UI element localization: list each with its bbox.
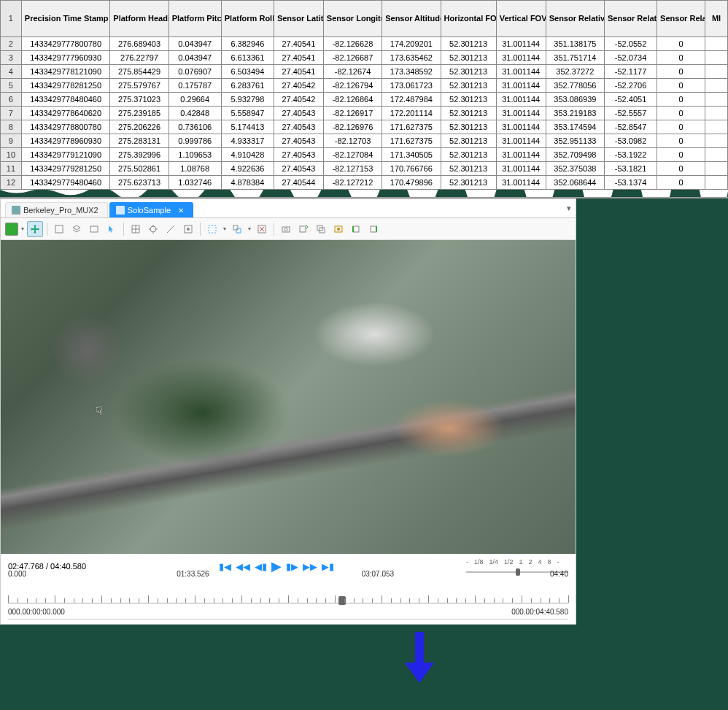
corner-cell[interactable]: 1 (1, 1, 22, 37)
cell[interactable] (705, 134, 728, 148)
cell[interactable]: 275.854429 (110, 65, 169, 79)
cell[interactable]: -53.1374 (605, 176, 657, 190)
cell[interactable]: 0.999786 (169, 134, 221, 148)
table-row[interactable]: 101433429779121090275.3929961.1096534.91… (1, 148, 728, 162)
cell[interactable] (705, 162, 728, 176)
cell[interactable]: 353.174594 (546, 120, 604, 134)
grid-button[interactable] (128, 221, 144, 237)
cell[interactable]: 52.301213 (441, 51, 496, 65)
cell[interactable]: 171.627375 (382, 134, 441, 148)
column-header[interactable]: Sensor Latitude (274, 1, 323, 37)
row-number[interactable]: 12 (1, 176, 22, 190)
cell[interactable]: 1433429777800780 (21, 37, 110, 51)
cell[interactable]: 1433429778640620 (21, 107, 110, 120)
cell[interactable]: 1433429779121090 (21, 148, 110, 162)
cell[interactable]: -52.0552 (605, 37, 657, 51)
cell[interactable]: -53.1922 (605, 148, 657, 162)
cell[interactable]: 172.201114 (382, 107, 441, 120)
cell[interactable]: 275.371023 (110, 93, 169, 107)
timeline[interactable]: 0.000 01:33.526 03:07.053 04:40 (8, 579, 568, 603)
cell[interactable]: 5.932798 (221, 93, 274, 107)
row-number[interactable]: 6 (1, 93, 22, 107)
cell[interactable]: 1433429779480460 (21, 176, 110, 190)
speed-slider-thumb[interactable] (516, 568, 520, 576)
cell[interactable]: 1.08768 (169, 162, 221, 176)
cell[interactable]: 0 (657, 65, 705, 79)
cell[interactable]: -52.1177 (605, 65, 657, 79)
cell[interactable] (705, 37, 728, 51)
cell[interactable]: -52.4051 (605, 93, 657, 107)
cell[interactable]: 52.301213 (441, 79, 496, 93)
cell[interactable]: 1433429778281250 (21, 79, 110, 93)
cell[interactable]: 31.001144 (496, 37, 546, 51)
close-icon[interactable]: ✕ (178, 207, 184, 215)
cell[interactable]: 6.283761 (221, 79, 274, 93)
cell[interactable]: 1.109653 (169, 148, 221, 162)
row-number[interactable]: 11 (1, 162, 22, 176)
cell[interactable]: 27.40541 (274, 37, 323, 51)
column-header[interactable]: Platform Roll (221, 1, 274, 37)
snapshot-button[interactable] (278, 221, 294, 237)
column-header[interactable]: Sensor Longitude (323, 1, 382, 37)
cell[interactable]: -82.126628 (323, 37, 382, 51)
cell[interactable]: 276.22797 (110, 51, 169, 65)
copy-frames-button[interactable] (313, 221, 329, 237)
row-number[interactable]: 2 (1, 37, 22, 51)
cell[interactable]: 0 (657, 51, 705, 65)
cell[interactable]: 31.001144 (496, 134, 546, 148)
cell[interactable]: 352.709498 (546, 148, 604, 162)
cell[interactable]: 0.043947 (169, 51, 221, 65)
cell[interactable]: 31.001144 (496, 176, 546, 190)
step-back-button[interactable]: ◀▮ (255, 561, 267, 572)
region-select-button[interactable] (229, 221, 245, 237)
cell[interactable]: -82.127212 (323, 176, 382, 190)
cell[interactable] (705, 79, 728, 93)
cell[interactable]: 1433429778480460 (21, 93, 110, 107)
cell[interactable]: -52.0734 (605, 51, 657, 65)
tab-solosample[interactable]: SoloSample ✕ (109, 202, 193, 217)
cell[interactable]: 352.068644 (546, 176, 604, 190)
column-header[interactable]: Precision Time Stamp (21, 1, 110, 37)
cell[interactable]: 6.613361 (221, 51, 274, 65)
cell[interactable] (705, 148, 728, 162)
cell[interactable]: 276.689403 (110, 37, 169, 51)
cell[interactable]: 0 (657, 107, 705, 120)
cell[interactable]: 0.076907 (169, 65, 221, 79)
cell[interactable]: 352.375038 (546, 162, 604, 176)
cell[interactable]: 275.239185 (110, 107, 169, 120)
row-number[interactable]: 9 (1, 134, 22, 148)
cell[interactable]: 275.206226 (110, 120, 169, 134)
row-number[interactable]: 3 (1, 51, 22, 65)
table-row[interactable]: 61433429778480460275.3710230.296645.9327… (1, 93, 728, 107)
cell[interactable]: 31.001144 (496, 65, 546, 79)
cell[interactable]: -82.127084 (323, 148, 382, 162)
cell[interactable]: -82.126794 (323, 79, 382, 93)
cell[interactable]: 172.487984 (382, 93, 441, 107)
cell[interactable]: 0 (657, 37, 705, 51)
cell[interactable]: 352.37272 (546, 65, 604, 79)
cell[interactable]: 27.40543 (274, 120, 323, 134)
table-row[interactable]: 81433429778800780275.2062260.7361065.174… (1, 120, 728, 134)
cell[interactable]: 174.209201 (382, 37, 441, 51)
cell[interactable]: 0 (657, 176, 705, 190)
region-dropdown-icon[interactable]: ▾ (247, 221, 252, 237)
cell[interactable]: 4.910428 (221, 148, 274, 162)
layers-button[interactable] (69, 221, 85, 237)
clip-button[interactable] (86, 221, 102, 237)
cell[interactable]: 170.479896 (382, 176, 441, 190)
cell[interactable]: 0 (657, 134, 705, 148)
cell[interactable]: 52.301213 (441, 148, 496, 162)
table-row[interactable]: 51433429778281250275.5797670.1757876.283… (1, 79, 728, 93)
cell[interactable]: 275.502861 (110, 162, 169, 176)
cell[interactable] (705, 107, 728, 120)
cell[interactable]: 0 (657, 162, 705, 176)
cell[interactable]: 27.40543 (274, 134, 323, 148)
cell[interactable] (705, 176, 728, 190)
cell[interactable]: 0.043947 (169, 37, 221, 51)
table-row[interactable]: 91433429778960930275.2831310.9997864.933… (1, 134, 728, 148)
cell[interactable]: 5.558947 (221, 107, 274, 120)
target-button[interactable] (180, 221, 196, 237)
cell[interactable]: 0 (657, 93, 705, 107)
cell[interactable]: -82.126864 (323, 93, 382, 107)
cell[interactable]: -52.5557 (605, 107, 657, 120)
